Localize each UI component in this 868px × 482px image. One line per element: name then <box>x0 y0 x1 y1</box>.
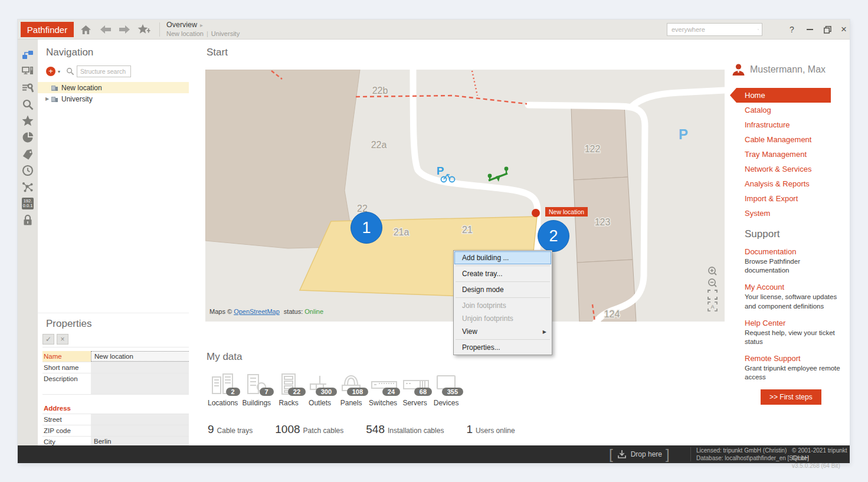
menu-analysis-reports[interactable]: Analysis & Reports <box>730 176 850 191</box>
menu-item-properties[interactable]: Properties... <box>454 341 551 354</box>
street-field[interactable] <box>91 414 197 425</box>
security-button[interactable] <box>20 213 35 227</box>
menu-item-design-mode[interactable]: Design mode <box>454 283 551 296</box>
tree-item-new-location[interactable]: New location <box>38 82 206 93</box>
menu-import-export[interactable]: Import & Export <box>730 191 850 206</box>
menu-item-add-building[interactable]: Add building ... <box>454 251 551 264</box>
discard-button[interactable]: × <box>57 334 68 345</box>
city-field[interactable]: Berlin <box>91 437 197 445</box>
properties-table: Name New location Short name Description… <box>42 351 197 445</box>
home-icon <box>80 25 91 35</box>
add-structure-button[interactable]: + <box>46 67 55 76</box>
navigation-panel: Navigation × + ▾ New location ▶ Universi… <box>38 40 207 313</box>
star-plus-icon <box>137 24 152 35</box>
help-button[interactable]: ? <box>785 24 799 35</box>
tree-expander-icon[interactable]: ▶ <box>44 96 51 101</box>
minimize-button[interactable] <box>803 24 817 35</box>
description-field[interactable] <box>91 373 197 394</box>
support-documentation[interactable]: Documentation Browse Pathfinder document… <box>745 247 846 275</box>
history-button[interactable] <box>20 163 35 177</box>
user-icon <box>732 63 745 76</box>
search-icon[interactable] <box>758 25 759 34</box>
global-search-input[interactable] <box>667 26 758 33</box>
forward-button[interactable] <box>118 24 131 35</box>
add-favorite-button[interactable] <box>137 24 152 35</box>
first-steps-button[interactable]: >> First steps <box>761 389 821 405</box>
structure-search-icon <box>66 67 74 76</box>
back-button[interactable] <box>99 24 112 35</box>
property-row-short-name: Short name <box>42 362 197 373</box>
menu-system[interactable]: System <box>730 206 850 221</box>
navigation-title: Navigation <box>46 47 93 58</box>
menu-network-services[interactable]: Network & Services <box>730 162 850 176</box>
start-title: Start <box>207 47 228 58</box>
tile-servers[interactable]: 68 Servers <box>401 373 428 407</box>
zip-field[interactable] <box>91 425 197 436</box>
apply-button[interactable]: ✓ <box>42 334 54 345</box>
location-marker-dot[interactable] <box>532 209 540 217</box>
openstreetmap-link[interactable]: OpenStreetMap <box>234 308 280 315</box>
search-module-button[interactable] <box>20 97 35 111</box>
submenu-arrow-icon: ▶ <box>543 329 546 335</box>
ip-address-icon: 192.0.0.1 <box>22 198 34 209</box>
search-icon <box>22 99 34 110</box>
tile-racks[interactable]: 22 Racks <box>275 373 302 407</box>
close-button[interactable]: × <box>837 24 851 35</box>
tile-outlets[interactable]: 300 Outlets <box>306 373 333 407</box>
status-bar: [ Drop here ] Licensed: tripunkt GmbH (C… <box>18 445 850 463</box>
breadcrumb-item-university[interactable]: University <box>211 30 240 37</box>
home-button[interactable] <box>79 24 92 35</box>
configuration-button[interactable] <box>20 81 35 94</box>
copyright: © 2001-2021 tripunkt GmbH <box>792 447 850 462</box>
auto-frame-button[interactable]: A <box>707 301 718 312</box>
map-context-menu: Add building ... Create tray... Design m… <box>453 250 552 355</box>
menu-item-view[interactable]: View▶ <box>454 325 551 338</box>
home-sidebar: Mustermann, Max Home Catalog Infrastruct… <box>730 40 850 445</box>
arrow-right-icon <box>119 25 130 34</box>
reports-button[interactable] <box>20 130 35 144</box>
menu-separator <box>456 281 550 282</box>
breadcrumb[interactable]: Overview ▸ New location|University <box>166 21 240 37</box>
topology-button[interactable] <box>20 180 35 194</box>
tile-panels[interactable]: 108 Panels <box>338 373 365 407</box>
menu-item-create-tray[interactable]: Create tray... <box>454 267 551 280</box>
support-my-account[interactable]: My Account Your license, software update… <box>745 283 846 310</box>
breadcrumb-item-new-location[interactable]: New location <box>166 30 204 37</box>
tile-switches[interactable]: 24 Switches <box>369 373 397 407</box>
menu-cable-management[interactable]: Cable Management <box>730 132 850 147</box>
property-row-description: Description <box>42 373 197 395</box>
favorites-button[interactable] <box>20 114 35 127</box>
support-remote-support[interactable]: Remote Support Grant tripunkt employee r… <box>745 354 846 382</box>
tags-button[interactable] <box>20 147 35 160</box>
user-account[interactable]: Mustermann, Max <box>732 63 826 76</box>
structure-search-input[interactable] <box>77 65 131 77</box>
tile-buildings[interactable]: 7 Buildings <box>242 373 271 407</box>
short-name-field[interactable] <box>91 362 197 373</box>
pathfinder-menu-button[interactable]: Pathfinder <box>21 22 74 37</box>
tile-devices[interactable]: 355 Devices <box>433 373 460 407</box>
location-marker-label[interactable]: New location <box>545 207 588 217</box>
menu-catalog[interactable]: Catalog <box>730 103 850 117</box>
tile-locations[interactable]: 2 Locations <box>208 373 238 407</box>
workplaces-button[interactable] <box>20 64 35 78</box>
restore-button[interactable] <box>820 24 834 35</box>
location-icon <box>51 84 58 91</box>
parking-icon: P <box>679 126 688 142</box>
menu-infrastructure[interactable]: Infrastructure <box>730 117 850 132</box>
zoom-in-button[interactable] <box>707 266 718 276</box>
tree-item-university[interactable]: ▶ University <box>38 93 206 104</box>
support-help-center[interactable]: Help Center Request help, view your tick… <box>745 319 846 346</box>
version: v3.5.0.268 (64 Bit) <box>792 462 850 470</box>
structure-navigation-button[interactable] <box>20 48 35 61</box>
ip-addresses-button[interactable]: 192.0.0.1 <box>20 196 35 210</box>
add-dropdown-caret-icon[interactable]: ▾ <box>58 69 60 74</box>
network-nodes-icon <box>22 181 34 193</box>
menu-home[interactable]: Home <box>730 88 831 103</box>
name-field[interactable]: New location <box>91 351 197 362</box>
fit-view-button[interactable] <box>707 290 718 300</box>
properties-panel: Properties ✓ × Name New location Short n… <box>38 313 207 445</box>
drop-zone[interactable]: [ Drop here ] <box>609 446 670 463</box>
menu-tray-management[interactable]: Tray Management <box>730 147 850 162</box>
zoom-out-button[interactable] <box>707 278 718 288</box>
minimize-icon <box>807 29 813 30</box>
